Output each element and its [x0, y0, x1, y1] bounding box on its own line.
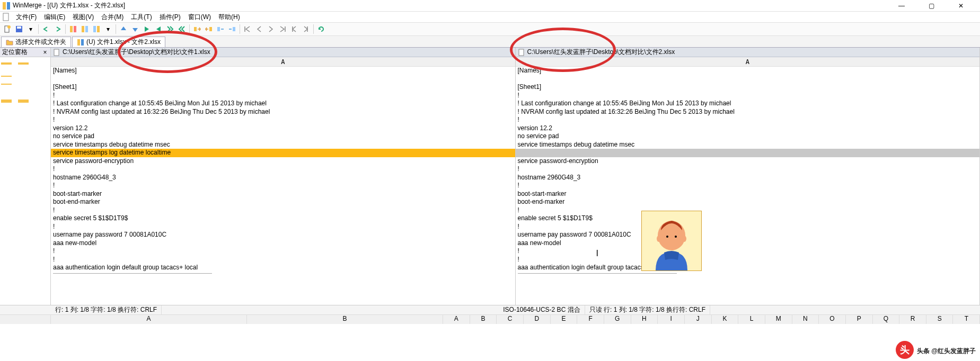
tb-left-icon[interactable]: [153, 24, 164, 34]
tb-up-icon[interactable]: [118, 24, 129, 34]
tb-copy-right2-icon[interactable]: [215, 24, 226, 34]
tb-skip-prev-icon[interactable]: [289, 24, 299, 34]
tb-next-icon[interactable]: [266, 24, 276, 34]
svg-rect-17: [77, 39, 80, 46]
text-cursor-icon: I: [596, 249, 598, 258]
svg-rect-16: [233, 27, 235, 31]
toolbar: ▾ ▾: [0, 22, 980, 36]
tab-label: (U) 文件1.xlsx - 文件2.xlsx: [86, 38, 161, 47]
main: 定位窗格 × A [Names] [Sheet1]!! Last configu…: [0, 48, 980, 305]
tb-right-icon[interactable]: [142, 24, 152, 34]
svg-rect-0: [3, 2, 6, 10]
menu-edit[interactable]: 编辑(E): [41, 12, 68, 22]
tb-skip-next-icon[interactable]: [301, 24, 311, 34]
svg-point-21: [658, 221, 685, 250]
tb-first-icon[interactable]: [242, 24, 253, 34]
file-icon: [518, 49, 525, 56]
menu-view[interactable]: 视图(V): [69, 12, 97, 22]
svg-rect-11: [93, 26, 96, 32]
svg-rect-9: [82, 26, 84, 32]
svg-rect-13: [194, 27, 197, 31]
svg-rect-2: [3, 13, 8, 21]
tb-down-icon[interactable]: [130, 24, 140, 34]
tab-label: 选择文件或文件夹: [15, 38, 66, 47]
tb-dropdown-icon[interactable]: ▾: [25, 24, 36, 34]
tb-prev-icon[interactable]: [254, 24, 264, 34]
tb-left-all-icon[interactable]: [176, 24, 187, 34]
loc-strip-right[interactable]: [17, 57, 30, 305]
tb-dropdown2-icon[interactable]: ▾: [103, 24, 113, 34]
svg-rect-1: [7, 2, 10, 10]
right-text[interactable]: [Names] [Sheet1]!! Last configuration ch…: [516, 67, 980, 305]
minimize-button[interactable]: —: [891, 2, 912, 10]
statusbar: 行: 1 列: 1/8 字符: 1/8 换行符: CRLF ISO-10646-…: [0, 305, 980, 314]
location-pane: 定位窗格 ×: [0, 48, 51, 305]
tb-refresh-icon[interactable]: [316, 24, 326, 34]
menu-tools[interactable]: 工具(T): [128, 12, 155, 22]
tb-new-icon[interactable]: [2, 24, 13, 34]
tb-copy-left-icon[interactable]: [204, 24, 214, 34]
svg-rect-8: [74, 26, 76, 32]
maximize-button[interactable]: ▢: [921, 2, 942, 10]
menu-plugins[interactable]: 插件(P): [156, 12, 184, 22]
avatar-overlay: [641, 211, 702, 271]
watermark-logo-icon: 头条: [896, 341, 914, 359]
svg-point-25: [682, 236, 686, 242]
right-col-header: A: [516, 57, 980, 67]
svg-rect-14: [209, 27, 212, 31]
tb-save-icon[interactable]: [14, 24, 24, 34]
window-title: WinMerge - [(U) 文件1.xlsx - 文件2.xlsx]: [13, 1, 891, 10]
tb-redo-icon[interactable]: [52, 24, 63, 34]
locpane-title: 定位窗格: [2, 48, 28, 57]
compare-icon: [77, 39, 84, 46]
tb-right-all-icon[interactable]: [165, 24, 175, 34]
bottom-col-headers: ABABCDEFGHIJKLMNOPQRST: [0, 314, 980, 324]
svg-rect-12: [97, 26, 100, 32]
status-left: 行: 1 列: 1/8 字符: 1/8 换行符: CRLF: [51, 305, 162, 314]
tb-undo-icon[interactable]: [41, 24, 51, 34]
tab-select-files[interactable]: 选择文件或文件夹: [1, 37, 71, 47]
left-text[interactable]: [Names] [Sheet1]!! Last configuration ch…: [51, 67, 515, 305]
svg-point-4: [7, 25, 11, 29]
tb-diff-icon[interactable]: [68, 24, 78, 34]
right-path-input[interactable]: [527, 49, 978, 56]
left-path-input[interactable]: [63, 49, 513, 56]
svg-rect-15: [217, 27, 220, 31]
doc-tabs: 选择文件或文件夹 (U) 文件1.xlsx - 文件2.xlsx: [0, 36, 980, 48]
menu-merge[interactable]: 合并(M): [98, 12, 127, 22]
svg-rect-18: [81, 39, 84, 46]
tab-compare[interactable]: (U) 文件1.xlsx - 文件2.xlsx: [72, 37, 165, 47]
tb-diff3-icon[interactable]: [91, 24, 102, 34]
tb-copy-left2-icon[interactable]: [227, 24, 237, 34]
menu-file[interactable]: 文件(F): [13, 12, 40, 22]
left-pane: A [Names] [Sheet1]!! Last configuration …: [51, 48, 516, 305]
svg-point-24: [657, 236, 661, 242]
loc-strip-left[interactable]: [0, 57, 13, 305]
svg-rect-6: [17, 26, 21, 29]
svg-rect-19: [54, 49, 59, 56]
app-icon: [2, 2, 11, 10]
menubar: 文件(F) 编辑(E) 视图(V) 合并(M) 工具(T) 插件(P) 窗口(W…: [0, 12, 980, 22]
status-encoding: ISO-10646-UCS-2 BC 混合: [499, 305, 585, 314]
status-right: 行: 1 列: 1/8 字符: 1/8 换行符: CRLF: [604, 306, 705, 313]
folder-icon: [6, 39, 13, 46]
menu-help[interactable]: 帮助(H): [215, 12, 243, 22]
locpane-close-icon[interactable]: ×: [42, 49, 48, 56]
tb-diff2-icon[interactable]: [80, 24, 90, 34]
tb-copy-right-icon[interactable]: [192, 24, 202, 34]
svg-rect-10: [85, 26, 88, 32]
left-col-header: A: [51, 57, 515, 67]
svg-rect-20: [519, 49, 524, 56]
doc-icon: [2, 13, 11, 21]
tb-last-icon[interactable]: [277, 24, 288, 34]
watermark: 头条头条 @红头发蓝胖子: [896, 340, 976, 359]
titlebar: WinMerge - [(U) 文件1.xlsx - 文件2.xlsx] — ▢…: [0, 0, 980, 12]
svg-point-23: [675, 236, 677, 238]
svg-rect-7: [70, 26, 73, 32]
file-icon: [53, 49, 60, 56]
menu-window[interactable]: 窗口(W): [185, 12, 214, 22]
close-button[interactable]: ✕: [950, 2, 972, 10]
right-pane: A [Names] [Sheet1]!! Last configuration …: [516, 48, 981, 305]
svg-point-22: [666, 236, 668, 238]
